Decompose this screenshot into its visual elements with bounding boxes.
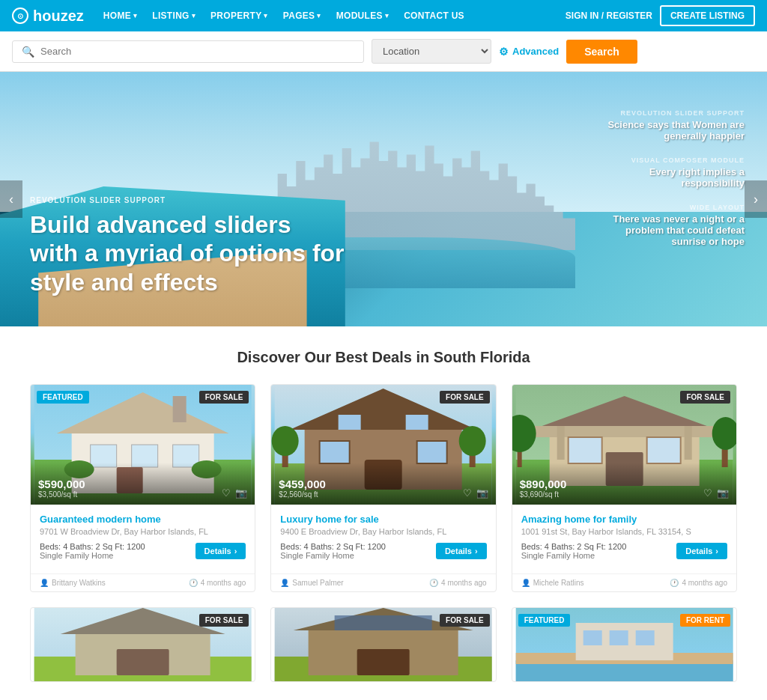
slider-next-button[interactable]: › xyxy=(745,180,767,218)
svg-rect-33 xyxy=(568,437,601,463)
search-input[interactable] xyxy=(40,46,354,57)
nav-item-modules[interactable]: MODULES ▾ xyxy=(330,7,395,24)
card-author-2: 👤 Samuel Palmer xyxy=(280,579,343,587)
nav-item-home[interactable]: HOME ▾ xyxy=(97,7,144,24)
svg-rect-55 xyxy=(583,630,601,645)
nav-item-contact[interactable]: CONTACT US xyxy=(398,7,470,24)
chevron-down-icon: ▾ xyxy=(317,12,321,19)
navbar: ⊙ houzez HOME ▾ LISTING ▾ PROPERTY ▾ PAG… xyxy=(0,0,767,31)
nav-right: SIGN IN / REGISTER CREATE LISTING xyxy=(566,5,755,26)
favorite-icon[interactable]: ♡ xyxy=(222,487,231,499)
favorite-icon[interactable]: ♡ xyxy=(463,487,472,499)
card-body-1: Guaranteed modern home 9701 W Broadview … xyxy=(31,505,255,573)
card-image-1: FEATURED FOR SALE $590,000 $3,500/sq ft … xyxy=(31,385,255,505)
person-icon: 👤 xyxy=(521,579,530,587)
card-footer-1: 👤 Brittany Watkins 🕐 4 months ago xyxy=(31,573,255,591)
card-price-3: $890,000 $3,690/sq ft xyxy=(520,478,567,499)
card-details-2: Beds: 4 Baths: 2 Sq Ft: 1200 Single Fami… xyxy=(280,542,486,560)
create-listing-button[interactable]: CREATE LISTING xyxy=(660,5,755,26)
card-date-3: 🕐 4 months ago xyxy=(670,579,727,587)
favorite-icon[interactable]: ♡ xyxy=(703,487,712,499)
logo[interactable]: ⊙ houzez xyxy=(12,7,84,25)
svg-point-23 xyxy=(272,426,299,456)
property-card-1: FEATURED FOR SALE $590,000 $3,500/sq ft … xyxy=(30,384,255,592)
hero-side-label-2: VISUAL COMPOSER MODULE xyxy=(595,156,745,164)
deals-section: Discover Our Best Deals in South Florida xyxy=(0,326,767,700)
property-grid-row2: FOR SALE FOR SALE xyxy=(30,607,737,682)
card-icons-1: ♡ 📷 xyxy=(222,487,247,499)
svg-rect-44 xyxy=(117,649,169,675)
svg-rect-31 xyxy=(557,426,564,460)
chevron-down-icon: ▾ xyxy=(133,12,137,19)
card-price-overlay-2: $459,000 $2,560/sq ft ♡ 📷 xyxy=(271,463,495,505)
search-icon: 🔍 xyxy=(22,46,34,58)
badge-for-rent-6: FOR RENT xyxy=(680,614,730,627)
badge-for-sale-5: FOR SALE xyxy=(440,614,490,627)
nav-item-pages[interactable]: PAGES ▾ xyxy=(277,7,327,24)
chevron-down-icon: ▾ xyxy=(385,12,389,19)
hero-side-item-1: REVOLUTION SLIDER SUPPORT Science says t… xyxy=(595,109,745,141)
card-image-6: FEATURED FOR RENT xyxy=(512,608,736,682)
property-card-2: FOR SALE $459,000 $2,560/sq ft ♡ 📷 Luxur… xyxy=(270,384,496,592)
svg-point-25 xyxy=(459,426,486,456)
card-specs-3: Beds: 4 Baths: 2 Sq Ft: 1200 Single Fami… xyxy=(521,542,627,560)
location-select[interactable]: Location xyxy=(372,39,491,64)
search-bar: 🔍 Location ⚙ Advanced Search xyxy=(0,31,767,72)
property-card-4: FOR SALE xyxy=(30,607,255,682)
hero-slider: ‹ › REVOLUTION SLIDER SUPPORT Build adva… xyxy=(0,72,767,326)
sign-in-link[interactable]: SIGN IN / REGISTER xyxy=(566,10,652,21)
section-title: Discover Our Best Deals in South Florida xyxy=(30,349,737,366)
card-price-1: $590,000 $3,500/sq ft xyxy=(38,478,85,499)
nav-item-listing[interactable]: LISTING ▾ xyxy=(146,7,201,24)
person-icon: 👤 xyxy=(280,579,289,587)
badge-for-sale-1: FOR SALE xyxy=(199,391,249,404)
hero-side-item-3: WIDE LAYOUT There was never a night or a… xyxy=(595,204,745,247)
details-button-3[interactable]: Details › xyxy=(676,543,727,559)
svg-rect-17 xyxy=(339,415,361,430)
svg-rect-18 xyxy=(406,415,428,430)
camera-icon[interactable]: 📷 xyxy=(717,487,729,499)
brand-name: houzez xyxy=(33,7,84,25)
hero-label: REVOLUTION SLIDER SUPPORT xyxy=(30,196,345,204)
card-details-3: Beds: 4 Baths: 2 Sq Ft: 1200 Single Fami… xyxy=(521,542,727,560)
svg-rect-32 xyxy=(684,426,691,460)
clock-icon: 🕐 xyxy=(429,579,438,587)
card-title-3[interactable]: Amazing home for family xyxy=(521,514,727,525)
details-button-1[interactable]: Details › xyxy=(195,543,246,559)
property-card-6: FEATURED FOR RENT xyxy=(512,607,737,682)
card-price-overlay-1: $590,000 $3,500/sq ft ♡ 📷 xyxy=(31,463,255,505)
search-input-wrap: 🔍 xyxy=(12,40,364,63)
card-title-1[interactable]: Guaranteed modern home xyxy=(40,514,246,525)
property-grid-row1: FEATURED FOR SALE $590,000 $3,500/sq ft … xyxy=(30,384,737,592)
search-button[interactable]: Search xyxy=(566,40,637,64)
camera-icon[interactable]: 📷 xyxy=(235,487,247,499)
badge-featured-1: FEATURED xyxy=(37,391,89,404)
card-body-2: Luxury home for sale 9400 E Broadview Dr… xyxy=(271,505,495,573)
slider-prev-button[interactable]: ‹ xyxy=(0,180,22,218)
card-image-4: FOR SALE xyxy=(31,608,255,682)
badge-for-sale-3: FOR SALE xyxy=(680,391,730,404)
hero-title: Build advanced sliders with a myriad of … xyxy=(30,210,345,296)
details-button-2[interactable]: Details › xyxy=(436,543,487,559)
badge-for-sale-2: FOR SALE xyxy=(440,391,490,404)
svg-rect-50 xyxy=(357,649,410,675)
svg-rect-57 xyxy=(635,630,654,645)
card-title-2[interactable]: Luxury home for sale xyxy=(280,514,486,525)
hero-side-text-2: Every right implies a responsibility xyxy=(595,166,745,189)
hero-side-content: REVOLUTION SLIDER SUPPORT Science says t… xyxy=(595,109,745,262)
card-specs-2: Beds: 4 Baths: 2 Sq Ft: 1200 Single Fami… xyxy=(280,542,386,560)
svg-rect-20 xyxy=(417,441,447,463)
card-icons-3: ♡ 📷 xyxy=(703,487,729,499)
card-specs-1: Beds: 4 Baths: 2 Sq Ft: 1200 Single Fami… xyxy=(40,542,145,560)
card-address-2: 9400 E Broadview Dr, Bay Harbor Islands,… xyxy=(280,527,486,536)
logo-icon: ⊙ xyxy=(12,7,28,24)
card-footer-2: 👤 Samuel Palmer 🕐 4 months ago xyxy=(271,573,495,591)
nav-item-property[interactable]: PROPERTY ▾ xyxy=(204,7,274,24)
property-card-3: FOR SALE $890,000 $3,690/sq ft ♡ 📷 Amazi… xyxy=(512,384,737,592)
advanced-link[interactable]: ⚙ Advanced xyxy=(499,46,559,58)
clock-icon: 🕐 xyxy=(189,579,198,587)
property-card-5: FOR SALE xyxy=(270,607,496,682)
card-icons-2: ♡ 📷 xyxy=(463,487,488,499)
card-date-2: 🕐 4 months ago xyxy=(429,579,487,587)
camera-icon[interactable]: 📷 xyxy=(476,487,488,499)
